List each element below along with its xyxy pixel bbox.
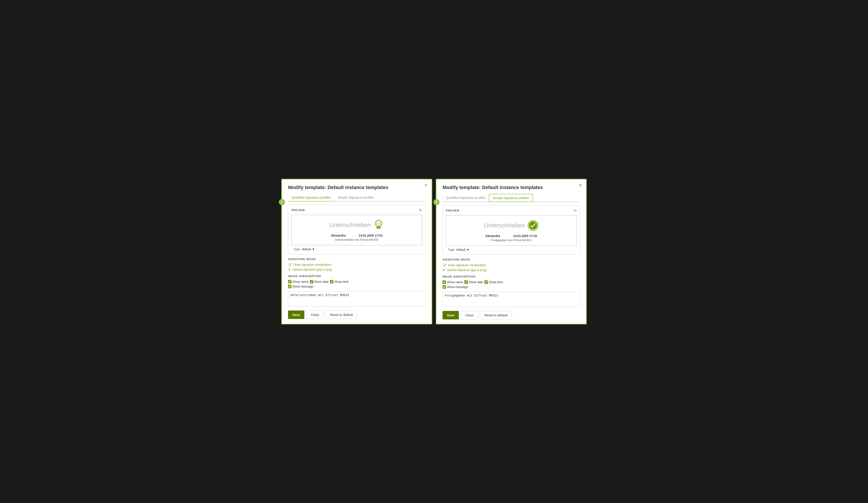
panel-2-show-message-checkbox[interactable]: Show message: (443, 285, 469, 289)
simple-badge-icon (527, 220, 539, 231)
badge-1: 1 (279, 199, 285, 205)
panel-2-close-button[interactable]: × (579, 183, 582, 188)
panel-1-header: Modify template: Default instance templa… (288, 185, 425, 190)
panel-1-preview-header: PREVIEW ↻ (291, 208, 422, 212)
panel-1-preview-label: PREVIEW (291, 209, 305, 212)
panel-2-type-select[interactable]: default ▼ (456, 248, 469, 251)
panel-1-type-row: Type default ▼ (291, 248, 422, 251)
panel-2-preview-label: PREVIEW (446, 209, 459, 212)
panel-1-sig-text: Unterschrieben (329, 221, 371, 229)
panel-1-preview-info: Alexandra 14.01.2025 17:01 (331, 234, 382, 237)
panel-2: 2 Modify template: Default instance temp… (436, 179, 587, 324)
panel-2-save-button[interactable]: Save (443, 311, 459, 319)
panel-2-close-btn[interactable]: Close (461, 311, 478, 319)
panel-2-preview-datetime: 14.01.2025 17:02 (513, 234, 537, 238)
panel-1-checkboxes-row-1: Show name Show date Show time (288, 280, 425, 283)
svg-point-1 (376, 221, 381, 226)
panel-2-image-sub-label: IMAGE SUBSCRIPTION (443, 275, 580, 278)
panel-2-message-textarea[interactable]: Freigegeben mit XiTrust MOXIS (443, 292, 580, 307)
panel-1-show-name-checkbox[interactable]: Show name (288, 280, 309, 283)
panel-2-show-name-checkbox[interactable]: Show name (443, 280, 463, 284)
panel-1-close-btn[interactable]: Close (306, 311, 323, 319)
panel-2-tabs: Qualified Signature profiles Simple Sign… (443, 194, 580, 202)
panel-2-preview-message: Freigegeben mit XiTrust MOXIS (491, 239, 531, 242)
panel-1-refresh-icon[interactable]: ↻ (419, 208, 422, 212)
panel-1-draw-link[interactable]: 📝 Draw signature visualisation (288, 263, 425, 266)
panel-2-draw-link[interactable]: 📝 Draw signature visualisation (443, 263, 580, 267)
panels-container: 1 Modify template: Default instance temp… (281, 179, 587, 324)
draw-icon-2: 📝 (443, 263, 446, 267)
panel-1-preview-section: PREVIEW ↻ Unterschrieben (288, 205, 425, 254)
panel-2-type-row: Type default ▼ (446, 248, 577, 251)
panel-2-preview-header: PREVIEW ↻ (446, 208, 577, 213)
panel-2-show-date-checkbox[interactable]: Show date (464, 280, 483, 284)
badge-2: 2 (433, 199, 440, 205)
panel-1-save-button[interactable]: Save (288, 311, 304, 319)
panel-1-show-date-checkbox[interactable]: Show date (310, 280, 329, 283)
panel-1-show-message-checkbox[interactable]: Show message: (288, 285, 314, 288)
panel-2-image-sub-section: IMAGE SUBSCRIPTION Show name Show date S… (443, 275, 580, 289)
panel-2-preview-box: Unterschrieben Alexandra 14.01.2025 17:0… (446, 215, 577, 246)
panel-2-refresh-icon[interactable]: ↻ (574, 208, 577, 213)
panel-2-checkboxes-row-2: Show message: (443, 285, 580, 289)
panel-2-show-time-checkbox[interactable]: Show time (484, 280, 503, 284)
panel-2-checkboxes-row-1: Show name Show date Show time (443, 280, 580, 284)
panel-2-preview-name: Alexandra (485, 234, 500, 238)
panel-1-message-textarea[interactable]: Unterschrieben mit XiTrust MOXIS (288, 291, 425, 306)
svg-line-2 (378, 223, 378, 223)
upload-icon: ⬆ (288, 268, 291, 271)
panel-1-title: Modify template: Default instance templa… (288, 185, 389, 190)
panel-1-tabs: Qualified Signature profiles Simple Sign… (288, 194, 425, 201)
panel-1-sig-row: Unterschrieben (329, 219, 384, 231)
panel-2-buttons-row: Save Close Reset to default (443, 311, 580, 319)
panel-1-close-button[interactable]: × (424, 183, 427, 188)
panel-2-preview-info: Alexandra 14.01.2025 17:02 (485, 234, 537, 238)
panel-1-buttons-row: Save Close Reset to default (288, 311, 425, 319)
panel-2-preview-section: PREVIEW ↻ Unterschrieben Alexandra 1 (443, 206, 580, 255)
panel-1-preview-name: Alexandra (331, 234, 345, 237)
panel-2-title: Modify template: Default instance templa… (443, 185, 543, 190)
panel-2-upload-link[interactable]: ⬆ Upload signature (jpg or png) (443, 268, 580, 272)
panel-2-sig-image-label: SIGNATURE IMAGE (443, 258, 580, 261)
panel-1-show-time-checkbox[interactable]: Show time (330, 280, 349, 283)
svg-point-5 (529, 221, 537, 230)
panel-1-type-select[interactable]: default ▼ (302, 248, 315, 251)
panel-1: 1 Modify template: Default instance temp… (281, 179, 432, 324)
panel-1-reset-button[interactable]: Reset to default (326, 311, 358, 319)
tab-2-qualified[interactable]: Qualified Signature profiles (443, 194, 489, 202)
tab-1-simple[interactable]: Simple Signature profiles (334, 194, 378, 201)
qualified-badge-icon (373, 219, 384, 231)
panel-1-upload-link[interactable]: ⬆ Upload signature (jpg or png) (288, 268, 425, 271)
tab-1-qualified[interactable]: Qualified Signature profiles (288, 194, 334, 201)
tab-2-simple[interactable]: Simple Signature profiles (489, 194, 533, 202)
panel-2-sig-row: Unterschrieben (484, 220, 539, 231)
panel-1-preview-box: Unterschrieben (291, 215, 422, 245)
panel-1-image-sub-section: IMAGE SUBSCRIPTION Show name Show date S… (288, 275, 425, 288)
panel-1-sig-image-label: SIGNATURE IMAGE (288, 258, 425, 261)
panel-1-type-label: Type (293, 248, 300, 251)
draw-icon: 📝 (288, 263, 292, 266)
panel-1-image-sub-label: IMAGE SUBSCRIPTION (288, 275, 425, 278)
panel-1-preview-message: Unterschrieben mit XiTrust MOXIS (335, 238, 379, 241)
panel-2-sig-text: Unterschrieben (484, 222, 525, 229)
panel-2-sig-image-section: SIGNATURE IMAGE 📝 Draw signature visuali… (443, 258, 580, 272)
panel-2-type-label: Type (448, 248, 455, 251)
upload-icon-2: ⬆ (443, 268, 445, 272)
panel-1-preview-datetime: 14.01.2025 17:01 (359, 234, 383, 237)
panel-2-reset-button[interactable]: Reset to default (480, 311, 512, 319)
panel-2-header: Modify template: Default instance templa… (443, 185, 580, 190)
svg-line-3 (379, 223, 380, 223)
panel-1-sig-image-section: SIGNATURE IMAGE 📝 Draw signature visuali… (288, 258, 425, 271)
panel-1-checkboxes-row-2: Show message: (288, 285, 425, 288)
